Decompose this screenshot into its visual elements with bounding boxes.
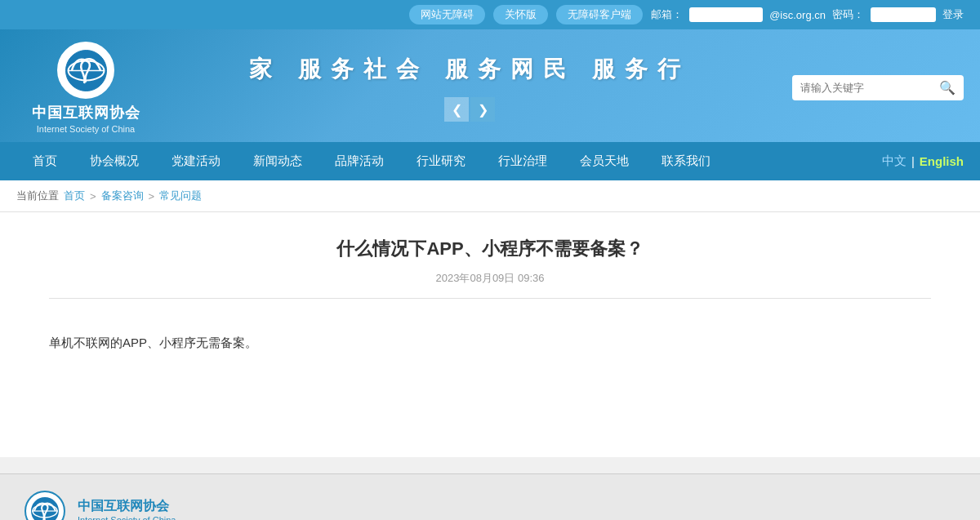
nav-items: 首页 协会概况 党建活动 新闻动态 品牌活动 行业研究 行业治理 会员天地 联系… [16,142,727,180]
breadcrumb-sep-2: > [149,190,155,202]
header-arrows: ❮ ❯ [444,97,495,122]
header-right: 🔍 [784,75,964,100]
breadcrumb-sep-1: > [90,190,96,202]
email-domain: @isc.org.cn [769,9,826,21]
nav-item-brand[interactable]: 品牌活动 [318,142,400,180]
footer-org-subname: Internet Society of China [78,515,176,521]
breadcrumb: 当前位置 首页 > 备案咨询 > 常见问题 [0,180,980,212]
search-icon[interactable]: 🔍 [939,80,956,96]
breadcrumb-current: 常见问题 [159,189,202,203]
logo-name: 中国互联网协会 [32,103,140,122]
logo-subname: Internet Society of China [37,124,135,134]
nav-item-governance[interactable]: 行业治理 [482,142,564,180]
email-label: 邮箱： [651,7,683,22]
nav-item-home[interactable]: 首页 [16,142,74,180]
nav-lang: 中文 | English [882,153,964,169]
client-btn[interactable]: 无障碍客户端 [556,5,643,24]
email-input[interactable] [689,7,763,22]
nav-item-member[interactable]: 会员天地 [564,142,645,180]
lang-separator: | [911,154,915,168]
top-bar: 网站无障碍 关怀版 无障碍客户端 邮箱： @isc.org.cn 密码： 登录 [0,0,980,29]
care-btn[interactable]: 关怀版 [493,5,548,24]
footer-text: 中国互联网协会 Internet Society of China [78,498,176,521]
logo-icon [64,48,109,93]
header-slogan: 家 服务社会 服务网民 服务行 [249,54,689,85]
breadcrumb-home[interactable]: 首页 [64,189,85,203]
header: 中国互联网协会 Internet Society of China 家 服务社会… [0,29,980,142]
next-arrow-btn[interactable]: ❯ [470,97,495,122]
nav-item-party[interactable]: 党建活动 [155,142,237,180]
accessibility-btn[interactable]: 网站无障碍 [409,5,485,24]
footer-logo-icon [29,496,60,520]
logo-area: 中国互联网协会 Internet Society of China [16,42,155,134]
password-input[interactable] [871,7,936,22]
breadcrumb-label: 当前位置 [16,189,59,203]
nav-item-news[interactable]: 新闻动态 [237,142,318,180]
nav-item-research[interactable]: 行业研究 [400,142,482,180]
footer: 中国互联网协会 Internet Society of China [0,473,980,520]
article-date: 2023年08月09日 09:36 [49,271,931,299]
footer-org-name: 中国互联网协会 [78,498,176,515]
search-bar: 🔍 [792,75,964,100]
logo-circle [57,42,114,99]
search-input[interactable] [800,82,939,94]
prev-arrow-btn[interactable]: ❮ [444,97,469,122]
nav-item-contact[interactable]: 联系我们 [645,142,727,180]
lang-zh-btn[interactable]: 中文 [882,153,906,169]
header-center: 家 服务社会 服务网民 服务行 ❮ ❯ [155,54,784,122]
main-content: 什么情况下APP、小程序不需要备案？ 2023年08月09日 09:36 单机不… [0,212,980,457]
nav-bar: 首页 协会概况 党建活动 新闻动态 品牌活动 行业研究 行业治理 会员天地 联系… [0,142,980,180]
article-body: 单机不联网的APP、小程序无需备案。 [49,315,931,370]
top-bar-right: 邮箱： @isc.org.cn 密码： 登录 [651,7,964,22]
article-title: 什么情况下APP、小程序不需要备案？ [49,237,931,261]
breadcrumb-filing[interactable]: 备案咨询 [101,189,144,203]
footer-logo [24,491,65,520]
password-label: 密码： [832,7,864,22]
lang-en-btn[interactable]: English [920,154,964,168]
login-button[interactable]: 登录 [942,7,964,22]
nav-item-about[interactable]: 协会概况 [74,142,155,180]
